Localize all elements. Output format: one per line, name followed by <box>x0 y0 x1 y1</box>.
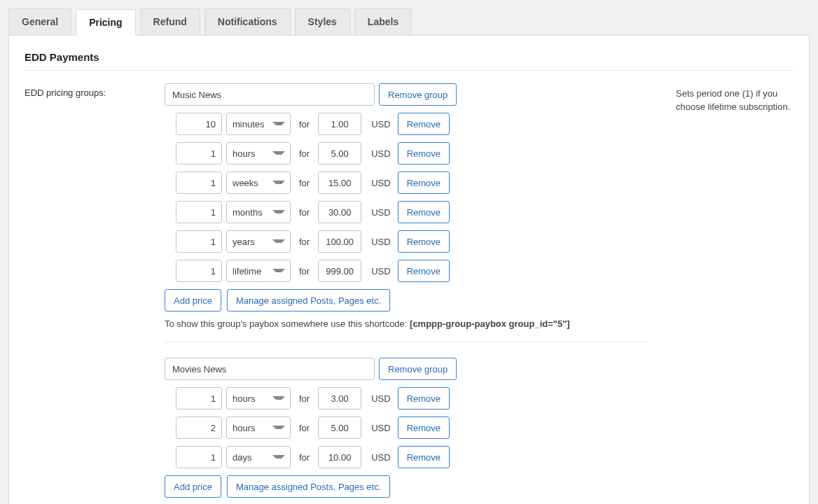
remove-price-button[interactable]: Remove <box>398 201 450 223</box>
pricing-group: Remove groupminuteshoursdaysweeksmonthsy… <box>165 358 655 504</box>
price-input[interactable] <box>318 446 361 468</box>
period-qty-input[interactable] <box>176 416 222 439</box>
remove-price-button[interactable]: Remove <box>398 387 450 410</box>
period-qty-input[interactable] <box>176 113 222 135</box>
price-row: minuteshoursdaysweeksmonthsyearslifetime… <box>165 260 655 282</box>
remove-price-button[interactable]: Remove <box>398 446 450 468</box>
remove-price-button[interactable]: Remove <box>398 142 450 164</box>
group-name-input[interactable] <box>165 83 375 106</box>
currency-label: USD <box>366 148 393 159</box>
for-label: for <box>295 266 314 276</box>
currency-label: USD <box>366 119 393 130</box>
help-text: Sets period one (1) if you choose lifeti… <box>655 83 793 114</box>
price-row: minuteshoursdaysweeksmonthsyearslifetime… <box>165 142 655 164</box>
remove-price-button[interactable]: Remove <box>398 113 450 135</box>
period-qty-input[interactable] <box>176 230 222 253</box>
price-row: minuteshoursdaysweeksmonthsyearslifetime… <box>165 113 655 135</box>
for-label: for <box>295 148 314 159</box>
tab-labels[interactable]: Labels <box>354 8 412 35</box>
chevron-down-icon: minuteshoursdaysweeksmonthsyearslifetime <box>226 230 291 253</box>
chevron-down-icon: minuteshoursdaysweeksmonthsyearslifetime <box>226 387 291 410</box>
chevron-down-icon: minuteshoursdaysweeksmonthsyearslifetime <box>226 113 291 135</box>
remove-price-button[interactable]: Remove <box>398 230 450 253</box>
add-price-button[interactable]: Add price <box>165 475 221 498</box>
shortcode-hint: To show this group's paybox somewhere us… <box>165 318 655 329</box>
remove-group-button[interactable]: Remove group <box>379 358 457 380</box>
for-label: for <box>295 452 314 463</box>
price-input[interactable] <box>318 113 361 135</box>
shortcode-code: [cmppp-group-paybox group_id="5"] <box>410 318 570 329</box>
price-input[interactable] <box>318 201 361 223</box>
price-row: minuteshoursdaysweeksmonthsyearslifetime… <box>165 387 655 410</box>
settings-panel: EDD Payments EDD pricing groups: Remove … <box>8 35 810 504</box>
chevron-down-icon: minuteshoursdaysweeksmonthsyearslifetime <box>226 172 291 194</box>
chevron-down-icon: minuteshoursdaysweeksmonthsyearslifetime <box>226 201 291 223</box>
price-row: minuteshoursdaysweeksmonthsyearslifetime… <box>165 416 655 439</box>
period-qty-input[interactable] <box>176 260 222 282</box>
remove-price-button[interactable]: Remove <box>398 260 450 282</box>
for-label: for <box>295 207 314 218</box>
pricing-group: Remove groupminuteshoursdaysweeksmonthsy… <box>165 83 655 329</box>
period-qty-input[interactable] <box>176 172 222 194</box>
chevron-down-icon: minuteshoursdaysweeksmonthsyearslifetime <box>226 260 291 282</box>
for-label: for <box>295 393 314 404</box>
remove-group-button[interactable]: Remove group <box>379 83 457 106</box>
group-divider <box>165 342 648 342</box>
remove-price-button[interactable]: Remove <box>398 416 450 439</box>
section-title: EDD Payments <box>25 51 793 71</box>
tab-refund[interactable]: Refund <box>140 8 200 35</box>
tab-general[interactable]: General <box>8 8 71 35</box>
period-unit-select[interactable]: minuteshoursdaysweeksmonthsyearslifetime <box>226 201 291 223</box>
chevron-down-icon: minuteshoursdaysweeksmonthsyearslifetime <box>226 416 291 439</box>
tab-notifications[interactable]: Notifications <box>204 8 291 35</box>
pricing-groups-label: EDD pricing groups: <box>25 83 165 98</box>
period-qty-input[interactable] <box>176 142 222 164</box>
currency-label: USD <box>366 423 393 433</box>
chevron-down-icon: minuteshoursdaysweeksmonthsyearslifetime <box>226 446 291 468</box>
price-input[interactable] <box>318 230 361 253</box>
price-row: minuteshoursdaysweeksmonthsyearslifetime… <box>165 230 655 253</box>
group-name-input[interactable] <box>165 358 375 380</box>
currency-label: USD <box>366 237 393 247</box>
currency-label: USD <box>366 207 393 218</box>
tabs-container: GeneralPricingRefundNotificationsStylesL… <box>0 0 818 35</box>
manage-assigned-button[interactable]: Manage assigned Posts, Pages etc. <box>227 289 390 312</box>
price-input[interactable] <box>318 142 361 164</box>
period-qty-input[interactable] <box>176 387 222 410</box>
currency-label: USD <box>366 266 393 276</box>
period-unit-select[interactable]: minuteshoursdaysweeksmonthsyearslifetime <box>226 387 291 410</box>
price-input[interactable] <box>318 387 361 410</box>
period-unit-select[interactable]: minuteshoursdaysweeksmonthsyearslifetime <box>226 113 291 135</box>
for-label: for <box>295 423 314 433</box>
tab-pricing[interactable]: Pricing <box>76 9 135 36</box>
tab-styles[interactable]: Styles <box>295 8 350 35</box>
currency-label: USD <box>366 393 393 404</box>
period-unit-select[interactable]: minuteshoursdaysweeksmonthsyearslifetime <box>226 446 291 468</box>
period-unit-select[interactable]: minuteshoursdaysweeksmonthsyearslifetime <box>226 260 291 282</box>
for-label: for <box>295 178 314 188</box>
price-row: minuteshoursdaysweeksmonthsyearslifetime… <box>165 446 655 468</box>
period-qty-input[interactable] <box>176 201 222 223</box>
chevron-down-icon: minuteshoursdaysweeksmonthsyearslifetime <box>226 142 291 164</box>
period-unit-select[interactable]: minuteshoursdaysweeksmonthsyearslifetime <box>226 416 291 439</box>
period-unit-select[interactable]: minuteshoursdaysweeksmonthsyearslifetime <box>226 230 291 253</box>
price-row: minuteshoursdaysweeksmonthsyearslifetime… <box>165 172 655 194</box>
price-input[interactable] <box>318 172 361 194</box>
currency-label: USD <box>366 452 393 463</box>
price-input[interactable] <box>318 416 361 439</box>
for-label: for <box>295 119 314 130</box>
period-qty-input[interactable] <box>176 446 222 468</box>
manage-assigned-button[interactable]: Manage assigned Posts, Pages etc. <box>227 475 390 498</box>
currency-label: USD <box>366 178 393 188</box>
price-input[interactable] <box>318 260 361 282</box>
for-label: for <box>295 237 314 247</box>
add-price-button[interactable]: Add price <box>165 289 221 312</box>
period-unit-select[interactable]: minuteshoursdaysweeksmonthsyearslifetime <box>226 172 291 194</box>
remove-price-button[interactable]: Remove <box>398 172 450 194</box>
price-row: minuteshoursdaysweeksmonthsyearslifetime… <box>165 201 655 223</box>
period-unit-select[interactable]: minuteshoursdaysweeksmonthsyearslifetime <box>226 142 291 164</box>
